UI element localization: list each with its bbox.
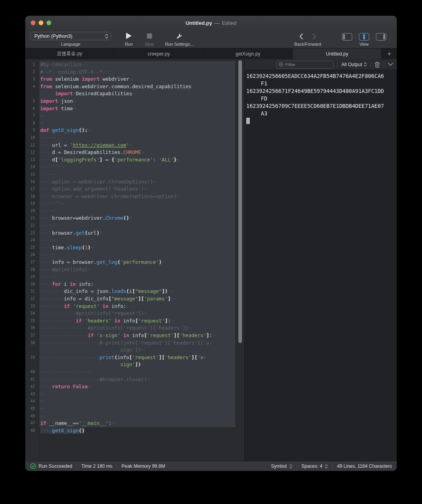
filter-input[interactable]: Filter: [276, 61, 334, 69]
code-line[interactable]: 37················if·'x-sign'·in·info['r…: [25, 332, 244, 339]
code-line[interactable]: 25····time.sleep(1)¬: [25, 244, 244, 252]
line-number: 37: [25, 332, 39, 339]
code-line[interactable]: sign'])¬: [25, 346, 244, 354]
code-line-text: ········if·'request'·in·info:··¬: [39, 303, 235, 310]
output-scope-dropdown[interactable]: All Output: [341, 62, 367, 67]
run-button[interactable]: Run: [120, 30, 138, 48]
tab-getXsign.py[interactable]: getXsign.py: [204, 48, 293, 59]
tab-Untitled.py[interactable]: Untitled.py: [293, 48, 382, 59]
code-line[interactable]: 28····#print(info)¬: [25, 266, 244, 274]
close-window-button[interactable]: [31, 20, 35, 25]
code-line[interactable]: 12····d·=·DesiredCapabilities.CHROME¬: [25, 149, 244, 156]
line-number: [25, 346, 39, 354]
symbol-dropdown[interactable]: Symbol: [271, 463, 297, 469]
minimize-window-button[interactable]: [39, 20, 43, 25]
line-number: 32: [25, 295, 39, 303]
line-number: 13: [25, 156, 39, 164]
console-pane: Filter All Output 162392425660: [245, 59, 397, 461]
language-dropdown[interactable]: Python (Python3): [30, 32, 111, 40]
code-line[interactable]: 33········if·'request'·in·info:··¬: [25, 303, 244, 310]
code-line-text: ············if·'headers'·in·info['reques…: [39, 317, 235, 325]
tab-creeper.py[interactable]: creeper.py: [114, 48, 203, 59]
traffic-lights: [31, 16, 51, 30]
code-line[interactable]: 41····················#browser.close()¬: [25, 376, 244, 384]
code-line[interactable]: 10····¬: [25, 134, 244, 142]
code-line[interactable]: 19····'''¬: [25, 200, 244, 208]
code-line[interactable]: 24····¬: [25, 237, 244, 244]
code-line[interactable]: 42····return·False¬: [25, 383, 244, 391]
code-line[interactable]: 27····info·=·browser.get_log('performanc…: [25, 259, 244, 266]
plus-icon: +: [387, 50, 391, 57]
forward-button[interactable]: [312, 33, 316, 40]
code-line[interactable]: 47if·__name__=='__main__':¬: [25, 420, 244, 427]
code-line[interactable]: 3from·selenium·import·webdriver¬: [25, 76, 244, 83]
code-editor[interactable]: 1#by·concyclics¬2#·-*-·coding:UTF-8·-*-¬…: [25, 59, 244, 434]
view-right-panel-button[interactable]: [376, 33, 386, 41]
zoom-window-button[interactable]: [46, 20, 51, 25]
code-line[interactable]: 9def·getX_sign():¬: [25, 127, 244, 134]
code-line-text: ············#print(info['request'])¬: [39, 310, 235, 317]
view-split-panel-button[interactable]: [359, 33, 369, 41]
code-line[interactable]: sign'])¬: [25, 361, 244, 369]
code-line[interactable]: 6import·time¬: [25, 105, 244, 113]
code-line[interactable]: 11····url·=·'https://qieman.com'¬: [25, 142, 244, 149]
code-line[interactable]: 48····getX_sign(): [25, 427, 244, 435]
code-line[interactable]: 44¬: [25, 398, 244, 405]
code-line[interactable]: 21····browser=webdriver.Chrome()¬: [25, 215, 244, 222]
spaces-dropdown[interactable]: Spaces: 4: [297, 463, 332, 469]
code-line[interactable]: 40················¬: [25, 369, 244, 376]
clear-console-button[interactable]: [374, 61, 380, 68]
code-line-text: ¬: [39, 413, 235, 420]
code-line-text: import·DesiredCapabilities¬: [39, 90, 235, 98]
console-output[interactable]: 1623924256605EADCC634A2FB54B7476A4E2F806…: [245, 70, 397, 461]
collapse-console-button[interactable]: [388, 63, 393, 66]
code-line[interactable]: 31········dic_info·=·json.loads(i["messa…: [25, 288, 244, 295]
line-number: 20: [25, 208, 39, 215]
code-line[interactable]: 39····················print(info['reques…: [25, 354, 244, 361]
new-tab-button[interactable]: +: [382, 48, 397, 59]
toolbar: Python (Python3) Language Run Stop Run S…: [25, 30, 397, 48]
line-number: 18: [25, 193, 39, 200]
editor-scrollbar[interactable]: [238, 60, 242, 343]
back-button[interactable]: [299, 33, 303, 40]
code-line[interactable]: 35············if·'headers'·in·info['requ…: [25, 317, 244, 325]
console-line: F1: [246, 80, 395, 87]
code-line[interactable]: 43¬: [25, 391, 244, 398]
code-line-text: def·getX_sign():¬: [39, 127, 235, 134]
code-line[interactable]: 1#by·concyclics¬: [25, 61, 244, 69]
code-line[interactable]: 17····option.add_argument('headless')¬: [25, 185, 244, 193]
code-line[interactable]: import·DesiredCapabilities¬: [25, 90, 244, 98]
code-line[interactable]: 36················#print(info['request']…: [25, 324, 244, 332]
code-line[interactable]: 16····option·=·webdriver.ChromeOptions()…: [25, 178, 244, 186]
code-line[interactable]: 22····¬: [25, 222, 244, 230]
code-line[interactable]: 4from·selenium.webdriver.common.desired_…: [25, 83, 244, 91]
run-settings-button[interactable]: Run Settings...: [161, 30, 197, 48]
code-line-text: ····¬: [39, 251, 235, 259]
code-line[interactable]: 32········info·=·dic_info["message"]['pa…: [25, 295, 244, 303]
code-line[interactable]: 13····d['loggingPrefs']·=·{'performance'…: [25, 156, 244, 164]
code-line[interactable]: 29····¬: [25, 273, 244, 281]
view-group: View: [338, 30, 390, 48]
code-line[interactable]: 5import·json¬: [25, 98, 244, 105]
code-line[interactable]: 30····for·i·in·info:¬: [25, 281, 244, 288]
view-left-panel-button[interactable]: [342, 33, 352, 41]
code-line[interactable]: 8¬: [25, 120, 244, 127]
code-line[interactable]: 20····¬: [25, 208, 244, 215]
code-line-text: ¬: [39, 398, 235, 405]
code-line[interactable]: 26····¬: [25, 251, 244, 259]
code-line[interactable]: 15····¬: [25, 171, 244, 178]
code-line[interactable]: 38····················#·print(info['requ…: [25, 339, 244, 347]
code-line[interactable]: 46¬: [25, 413, 244, 420]
play-icon: [126, 33, 132, 39]
code-line[interactable]: 14····'''¬: [25, 163, 244, 171]
code-line[interactable]: 45¬: [25, 405, 244, 413]
tab-且慢基金.py[interactable]: 且慢基金.py: [25, 48, 114, 59]
code-line[interactable]: 34············#print(info['request'])¬: [25, 310, 244, 317]
code-line[interactable]: 2#·-*-·coding:UTF-8·-*-¬: [25, 69, 244, 76]
stop-button[interactable]: Stop: [141, 30, 158, 48]
code-line[interactable]: 7¬: [25, 112, 244, 120]
code-line-text: ····················#browser.close()¬: [39, 376, 235, 384]
window-title-filename: Untitled.py: [186, 20, 212, 26]
code-line[interactable]: 18····browser·=·webdriver.Chrome(options…: [25, 193, 244, 200]
code-line[interactable]: 23····browser.get(url)¬: [25, 230, 244, 237]
